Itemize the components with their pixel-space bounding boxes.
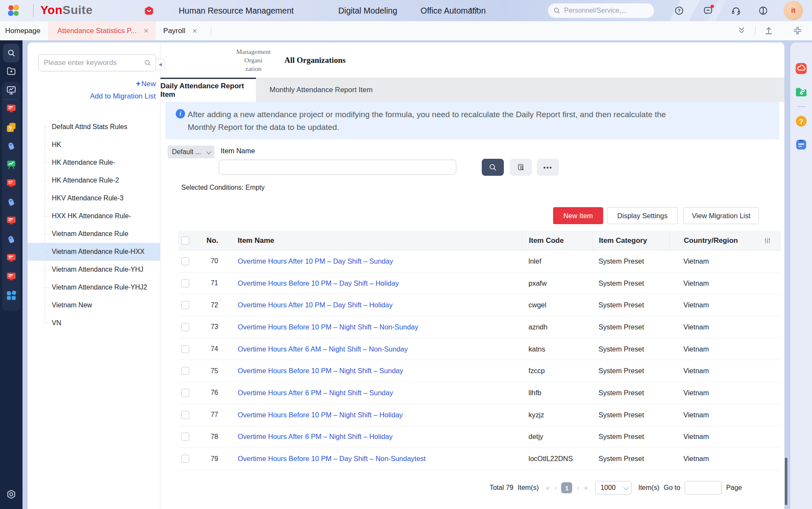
global-search-input[interactable]: Personnel/Service,...: [548, 3, 654, 18]
item-name-link[interactable]: Overtime Hours Before 10 PM – Night Shif…: [238, 411, 403, 419]
upload-icon[interactable]: [764, 26, 773, 35]
close-icon[interactable]: ✕: [192, 27, 198, 35]
blue-tag-icon[interactable]: [6, 140, 17, 152]
item-name-filter-input[interactable]: [219, 160, 456, 175]
tree-item[interactable]: HK Attendance Rule-: [28, 154, 160, 172]
blue-tag-icon[interactable]: [6, 196, 17, 208]
filter-scheme-dropdown[interactable]: Default ...: [168, 146, 214, 158]
support-headset-icon[interactable]: [731, 6, 741, 16]
attendance-monitor-icon[interactable]: [6, 85, 17, 96]
next-page-button[interactable]: ›: [576, 484, 579, 492]
home-icon[interactable]: [143, 5, 155, 16]
last-page-button[interactable]: »: [584, 484, 588, 492]
page-size-select[interactable]: 1000: [595, 481, 632, 495]
user-avatar[interactable]: it: [784, 1, 803, 20]
nav-more-button[interactable]: •••: [469, 5, 479, 13]
tree-search-input[interactable]: Please enter keywords: [38, 54, 156, 71]
red-cloud-icon[interactable]: [795, 62, 808, 75]
green-board-icon[interactable]: [6, 159, 17, 170]
yonsuite-logo-icon[interactable]: [7, 4, 20, 17]
row-checkbox[interactable]: [181, 301, 189, 309]
item-name-link[interactable]: Overtime Hours After 6 PM – Night Shift …: [238, 389, 393, 397]
row-checkbox[interactable]: [181, 257, 189, 265]
tree-item[interactable]: VN: [28, 314, 160, 332]
favorites-folder-icon[interactable]: [6, 66, 17, 76]
tree-item[interactable]: HK: [28, 136, 160, 154]
tree-item[interactable]: Vietnam Attendance Rule: [28, 225, 160, 243]
item-name-link[interactable]: Overtime Hours Before 10 PM – Day Shift …: [238, 279, 399, 287]
vertical-scrollbar[interactable]: [785, 458, 787, 505]
settings-gear-icon[interactable]: [6, 489, 17, 501]
current-page-badge[interactable]: 1: [561, 482, 572, 493]
row-checkbox[interactable]: [181, 279, 189, 287]
search-button[interactable]: [482, 159, 504, 176]
tab-attendance-statistics[interactable]: Attendance Statistics P...✕: [48, 21, 155, 40]
red-monitor-icon[interactable]: [6, 103, 17, 114]
column-item-code: Item Code: [522, 231, 592, 250]
row-checkbox[interactable]: [181, 411, 189, 419]
tab-payroll[interactable]: Payroll✕: [156, 21, 205, 40]
item-name-link[interactable]: Overtime Hours After 10 PM – Day Shift –…: [238, 257, 393, 265]
tree-item[interactable]: Vietnam Attendance Rule-YHJ: [28, 261, 160, 278]
row-checkbox[interactable]: [181, 433, 189, 441]
tree-item[interactable]: Default Attnd Stats Rules: [28, 118, 160, 136]
tree-item[interactable]: Vietnam New: [28, 296, 160, 314]
tab-daily-report-item[interactable]: Daily Attendance Report Item: [160, 78, 256, 102]
yellow-question-icon[interactable]: ?: [6, 121, 17, 133]
collapse-panel-button[interactable]: ◀: [155, 59, 165, 70]
nav-hr-management[interactable]: Human Resource Management: [179, 6, 294, 16]
close-icon[interactable]: ✕: [143, 27, 149, 35]
search-icon[interactable]: [144, 59, 152, 67]
red-monitor-icon[interactable]: [6, 271, 17, 282]
row-checkbox[interactable]: [181, 323, 189, 331]
brand-wordmark[interactable]: YonSuite: [40, 3, 93, 17]
item-name-link[interactable]: Overtime Hours After 10 PM – Day Shift –…: [238, 301, 393, 309]
item-name-link[interactable]: Overtime Hours Before 10 PM – Night Shif…: [238, 367, 403, 374]
help-icon[interactable]: ?: [674, 6, 684, 16]
red-monitor-icon[interactable]: [6, 252, 17, 264]
display-settings-button[interactable]: Display Settings: [607, 207, 678, 224]
red-monitor-icon[interactable]: [6, 215, 17, 226]
add-to-migration-link[interactable]: Add to Migration List: [90, 92, 156, 101]
row-checkbox[interactable]: [181, 389, 189, 397]
row-checkbox[interactable]: [181, 345, 189, 353]
rail-search-button[interactable]: [3, 44, 20, 62]
tree-item[interactable]: HKV Attendance Rule-3: [28, 189, 160, 207]
more-filters-button[interactable]: •••: [537, 159, 559, 176]
new-rule-link[interactable]: +New: [90, 79, 156, 88]
row-checkbox[interactable]: [181, 455, 189, 463]
tree-item[interactable]: Vietnam Attendance Rule-HXX: [28, 243, 160, 261]
new-item-button[interactable]: New Item: [553, 207, 603, 224]
org-scope-value[interactable]: All Organizations: [284, 56, 346, 65]
globe-icon[interactable]: [758, 6, 768, 16]
blue-tag-icon[interactable]: [6, 233, 17, 245]
tree-item[interactable]: HK Attendance Rule-2: [28, 172, 160, 189]
item-name-link[interactable]: Overtime Hours Before 10 PM – Day Shift …: [238, 455, 426, 462]
orange-question-icon[interactable]: ?: [795, 115, 808, 128]
collapse-layout-icon[interactable]: [793, 26, 802, 35]
select-all-checkbox[interactable]: [181, 236, 189, 245]
table-body: 70 Overtime Hours After 10 PM – Day Shif…: [178, 250, 781, 470]
item-name-link[interactable]: Overtime Hours After 6 AM – Night Shift …: [238, 345, 408, 353]
tree-item[interactable]: HXX HK Attendance Rule-: [28, 207, 160, 225]
view-migration-list-button[interactable]: View Migration List: [683, 207, 759, 224]
item-name-link[interactable]: Overtime Hours Before 10 PM – Night Shif…: [238, 323, 419, 331]
row-checkbox[interactable]: [181, 367, 189, 375]
tab-homepage[interactable]: Homepage: [0, 21, 48, 40]
column-settings-icon[interactable]: [763, 236, 772, 245]
red-monitor-icon[interactable]: [6, 177, 17, 189]
blue-clipboard-icon[interactable]: [795, 138, 808, 151]
nav-digital-modeling[interactable]: Digital Modeling: [338, 6, 397, 16]
saved-filter-button[interactable]: [510, 159, 532, 176]
chevrons-down-icon[interactable]: [737, 26, 746, 35]
first-page-button[interactable]: «: [545, 484, 550, 492]
blue-grid-icon[interactable]: [6, 290, 17, 301]
green-folder-link-icon[interactable]: [795, 85, 808, 98]
prev-page-button[interactable]: ‹: [554, 484, 557, 492]
tree-item[interactable]: Vietnam Attendance Rule-YHJ2: [28, 278, 160, 296]
goto-page-input[interactable]: [685, 481, 722, 495]
tab-monthly-report-item[interactable]: Monthly Attendance Report Item: [256, 78, 386, 102]
item-name-link[interactable]: Overtime Hours After 6 PM – Night Shift …: [238, 433, 393, 440]
search-icon: [7, 48, 16, 58]
message-icon[interactable]: [703, 6, 713, 16]
